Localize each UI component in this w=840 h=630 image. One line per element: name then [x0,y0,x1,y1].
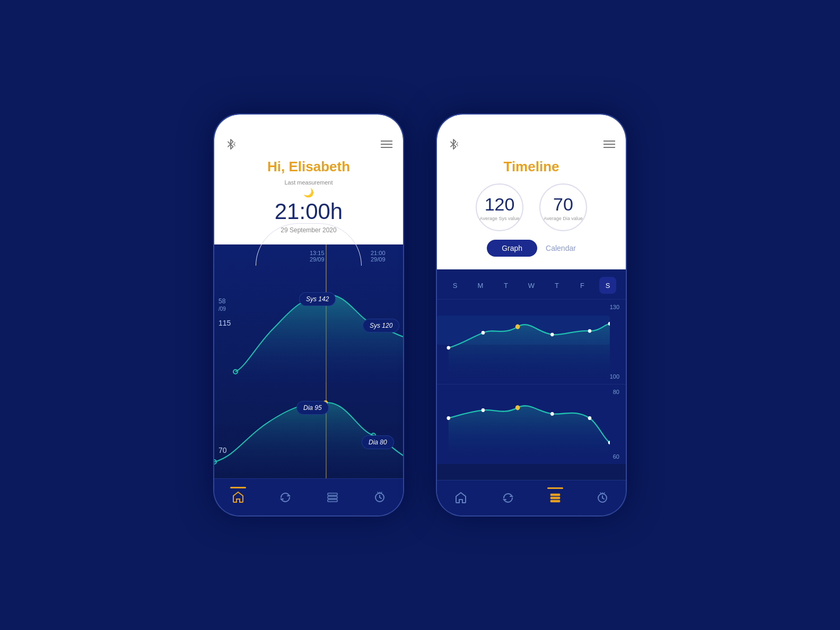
svg-point-0 [233,144,235,145]
phone-1-content: Hi, Elisabeth Last measurement 🌙 21:00h … [214,115,403,515]
diastolic-chart [214,388,403,472]
day-w[interactable]: W [523,277,540,294]
calendar-button[interactable]: Calendar [546,244,576,252]
dia-label: Average Dia value [544,216,582,221]
nav-refresh[interactable] [279,491,292,504]
dia-metric-circle: 70 Average Dia value [539,183,587,231]
phone-2-notch [500,115,563,129]
day-s1[interactable]: S [447,277,463,294]
svg-point-26 [482,331,485,335]
phone-1-header [225,133,392,152]
svg-rect-37 [550,494,560,496]
list-icon-2 [549,492,562,504]
nav-list[interactable] [326,491,339,504]
last-measurement-label: Last measurement [225,179,392,186]
svg-rect-12 [328,493,337,495]
day-t1[interactable]: T [497,277,514,294]
svg-point-2 [234,145,235,146]
svg-rect-38 [550,497,560,499]
graph-calendar-row: Graph Calendar [448,240,615,261]
timeline-title: Timeline [448,159,615,175]
dia-timeline-chart: 80 60 [437,384,626,464]
menu-icon[interactable] [381,140,392,151]
sys-timeline-svg [437,300,610,384]
chart-label-130: 130 [610,304,619,310]
sys-label: Average Sys value [480,216,520,221]
svg-point-43 [602,497,603,498]
nav-home-2[interactable] [454,492,467,504]
phone-2-header [448,133,615,152]
sys-timeline-chart: 130 100 [437,300,626,384]
home-icon [232,491,244,504]
nav-refresh-2[interactable] [502,492,514,504]
phone-1-bottom-nav [214,478,403,515]
menu-icon-2[interactable] [603,140,615,151]
refresh-icon [279,491,292,504]
svg-point-21 [457,145,458,146]
svg-rect-13 [328,496,337,498]
home-icon-2 [454,492,467,504]
svg-point-18 [379,497,380,498]
phone-2-bottom-nav [437,480,626,515]
phone-1: Hi, Elisabeth Last measurement 🌙 21:00h … [213,113,404,517]
chart-label-100: 100 [610,373,619,380]
list-icon [326,491,339,504]
svg-rect-39 [550,500,560,502]
day-m[interactable]: M [472,277,489,294]
sys-value: 120 [485,194,515,215]
svg-point-33 [515,405,520,410]
svg-point-25 [447,346,450,349]
svg-point-1 [234,142,235,143]
bluetooth-icon [225,138,237,152]
day-t2[interactable]: T [548,277,565,294]
nav-alarm[interactable] [373,491,386,504]
phone-2-dark: S M T W T F S 130 100 [437,269,626,480]
nav-alarm-2[interactable] [596,492,609,504]
day-selector: S M T W T F S [437,269,626,300]
nav-active-bar-2 [547,487,563,489]
svg-point-31 [447,416,450,420]
svg-point-32 [482,408,485,412]
dia-value: 70 [553,194,573,215]
svg-point-27 [515,325,520,329]
bottom-spacer [437,464,626,480]
nav-list-2[interactable] [549,492,562,504]
day-f[interactable]: F [574,277,591,294]
chart-label-60: 60 [613,453,619,460]
svg-point-29 [588,329,592,333]
day-s2[interactable]: S [599,277,616,294]
phone-2-content: Timeline 120 Average Sys value 70 Averag… [437,115,626,515]
phone-2-top: Timeline 120 Average Sys value 70 Averag… [437,115,626,269]
graph-button[interactable]: Graph [487,240,537,257]
tooltip-sys-120: Sys 120 [363,319,399,332]
refresh-icon-2 [502,492,514,504]
phone-1-top: Hi, Elisabeth Last measurement 🌙 21:00h … [214,115,403,244]
time-display: 21:00h [225,199,392,224]
tooltip-dia-80: Dia 80 [362,435,394,449]
nav-home[interactable] [232,491,244,504]
alarm-icon [373,491,386,504]
svg-point-34 [550,412,554,416]
svg-point-35 [588,416,592,420]
svg-point-20 [457,142,458,143]
bluetooth-icon-2 [448,138,459,152]
dia-timeline-svg [437,384,610,464]
date-annotation-2: 21:0029/09 [371,250,386,262]
svg-point-19 [456,144,458,145]
nav-active-bar [230,487,246,488]
greeting-text: Hi, Elisabeth [225,159,392,175]
tooltip-dia-95: Dia 95 [296,401,329,415]
phone-1-notch [277,115,340,129]
phones-container: Hi, Elisabeth Last measurement 🌙 21:00h … [213,113,627,517]
alarm-icon-2 [596,492,609,504]
tooltip-sys-142: Sys 142 [299,292,336,306]
svg-point-28 [550,332,554,336]
phone-1-chart-area: 13:1529/09 21:0029/09 58/09 115 70 [214,244,403,478]
chart-label-80: 80 [613,389,619,395]
metrics-row: 120 Average Sys value 70 Average Dia val… [448,183,615,231]
svg-rect-14 [328,500,337,502]
moon-icon: 🌙 [225,188,392,198]
sys-metric-circle: 120 Average Sys value [476,183,523,231]
phone-2: Timeline 120 Average Sys value 70 Averag… [436,113,627,517]
